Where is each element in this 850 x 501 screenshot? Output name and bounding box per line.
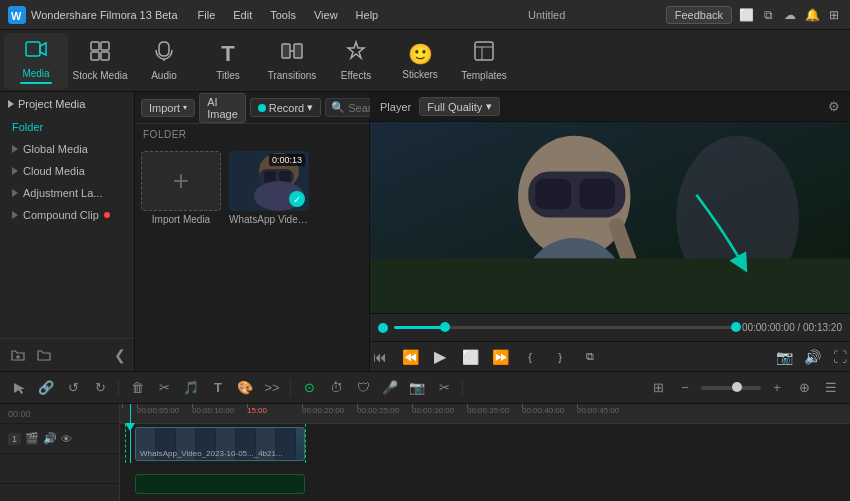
player-right-controls: 📷 🔊 ⛶ [774,347,850,367]
timeline-redo-btn[interactable]: ↻ [89,377,111,399]
svg-rect-11 [475,42,493,60]
import-thumb: + [141,151,221,211]
svg-text:W: W [11,10,22,22]
volume-btn[interactable]: 🔊 [802,347,822,367]
menu-edit[interactable]: Edit [225,7,260,23]
timeline-mic-btn[interactable]: 🎤 [379,377,401,399]
clip-label: WhatsApp_Video_2023-10-05..._4b21... [140,449,283,458]
track-speaker-icon[interactable]: 🔊 [43,432,57,445]
timeline-text-btn[interactable]: T [207,377,229,399]
menu-file[interactable]: File [190,7,224,23]
ruler-mark-7: 00:00:35:00 [467,404,522,423]
project-media-header[interactable]: Project Media [0,92,134,116]
timeline-cut-tool[interactable]: ✂ [433,377,455,399]
stickers-label: Stickers [402,69,438,80]
toolbar-templates[interactable]: Templates [452,33,516,89]
clip-btn[interactable]: ⧉ [580,347,600,367]
timeline-track[interactable] [394,326,736,329]
sidebar-item-folder[interactable]: Folder [0,116,134,138]
menu-view[interactable]: View [306,7,346,23]
left-panel-bottom: ❮ [0,338,134,371]
media-toolbar: Import ▾ AI Image Record ▾ 🔍 ⚙ ••• [135,92,369,124]
toolbar-transitions[interactable]: Transitions [260,33,324,89]
sidebar-item-adjustment[interactable]: Adjustment La... [0,182,134,204]
cloud-icon[interactable]: ☁ [782,7,798,23]
timeline-progress [394,326,445,329]
mark-out-btn[interactable]: } [550,347,570,367]
stop-btn[interactable]: ⬜ [460,347,480,367]
play-btn[interactable]: ▶ [430,347,450,367]
timeline-grid-btn[interactable]: ⊞ [647,377,669,399]
import-button[interactable]: Import ▾ [141,99,195,117]
toolbar-titles[interactable]: T Titles [196,33,260,89]
toolbar-audio[interactable]: Audio [132,33,196,89]
sidebar-item-compound[interactable]: Compound Clip [0,204,134,226]
time-current: 00:00:00:00 [742,322,795,333]
timeline-speed-btn[interactable]: ⏱ [325,377,347,399]
player-timeline-bar: 00:00:00:00 / 00:13:20 [370,313,850,341]
tl-sep3 [462,380,463,396]
import-media-item[interactable]: + Import Media [141,151,221,365]
middle-area: Project Media Folder Global Media Cloud … [0,92,850,371]
menu-help[interactable]: Help [348,7,387,23]
player-viewport [370,122,850,313]
audio-clip[interactable] [135,474,305,494]
quality-label: Full Quality [427,101,482,113]
sidebar-item-cloud[interactable]: Cloud Media [0,160,134,182]
bell-icon[interactable]: 🔔 [804,7,820,23]
record-button[interactable]: Record ▾ [250,98,321,117]
mark-in-btn[interactable]: { [520,347,540,367]
toolbar-stock[interactable]: Stock Media [68,33,132,89]
screenshot-btn[interactable]: 📷 [774,347,794,367]
timeline-delete-btn[interactable]: 🗑 [126,377,148,399]
skip-back-btn[interactable]: ⏮ [370,347,390,367]
copy-icon[interactable]: ⧉ [760,7,776,23]
timeline-thumb[interactable] [440,322,450,332]
search-icon: 🔍 [331,101,345,114]
fullscreen-btn[interactable]: ⛶ [830,347,850,367]
zoom-thumb [732,382,742,392]
timeline-magnet-btn[interactable]: ⊙ [298,377,320,399]
timeline-zoom-in-btn[interactable]: + [766,377,788,399]
ai-image-button[interactable]: AI Image [199,93,246,123]
stickers-icon: 🙂 [408,42,433,66]
monitor-icon[interactable]: ⬜ [738,7,754,23]
folder-icon[interactable] [34,345,54,365]
ruler-mark-2: 00:00:10:00 [192,404,247,423]
zoom-slider[interactable] [701,386,761,390]
frame-back-btn[interactable]: ⏪ [400,347,420,367]
marker-right [305,424,306,463]
sidebar-item-global[interactable]: Global Media [0,138,134,160]
timeline-undo-btn[interactable]: ↺ [62,377,84,399]
feedback-button[interactable]: Feedback [666,6,732,24]
timeline-layout-btn[interactable]: ☰ [820,377,842,399]
toolbar-stickers[interactable]: 🙂 Stickers [388,33,452,89]
timeline-shield-btn[interactable]: 🛡 [352,377,374,399]
menu-tools[interactable]: Tools [262,7,304,23]
quality-dropdown[interactable]: Full Quality ▾ [419,97,500,116]
expand-icon [8,100,14,108]
player-settings-icon[interactable]: ⚙ [828,99,840,114]
svg-rect-2 [26,42,40,56]
toolbar-effects[interactable]: Effects [324,33,388,89]
timeline-color-btn[interactable]: 🎨 [234,377,256,399]
timeline-link-tool[interactable]: 🔗 [35,377,57,399]
frame-forward-btn[interactable]: ⏩ [490,347,510,367]
timeline-select-tool[interactable] [8,377,30,399]
track-eye-icon[interactable]: 👁 [61,433,72,445]
global-media-label: Global Media [23,143,88,155]
grid-icon[interactable]: ⊞ [826,7,842,23]
timeline-add-track-btn[interactable]: ⊕ [793,377,815,399]
add-folder-icon[interactable] [8,345,28,365]
timeline-audio-btn[interactable]: 🎵 [180,377,202,399]
effects-icon [345,40,367,67]
timeline-more-btn[interactable]: >> [261,377,283,399]
ruler-marks: 00:00:05:00 00:00:10:00 15:00 00:00:20:0… [120,404,850,423]
toolbar-media[interactable]: Media [4,33,68,89]
timeline-split-btn[interactable]: ✂ [153,377,175,399]
timeline-zoom-out-btn[interactable]: − [674,377,696,399]
video-clip[interactable]: WhatsApp_Video_2023-10-05..._4b21... [135,427,305,461]
collapse-panel-icon[interactable]: ❮ [114,347,126,363]
video-media-item[interactable]: 0:00:13 ✓ WhatsApp Video 2023-10-0... [229,151,309,365]
timeline-camera-btn[interactable]: 📷 [406,377,428,399]
